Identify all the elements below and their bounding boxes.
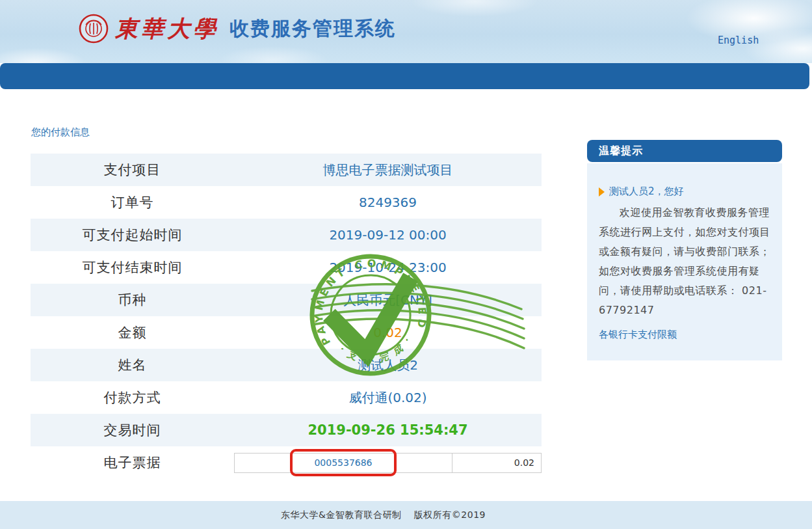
payment-row: 金额0.02 [31,316,542,349]
payment-row: 电子票据 0005537686 0.02 [31,446,542,479]
main-navbar [0,63,809,89]
row-label: 金额 [31,316,234,349]
row-label: 可支付起始时间 [31,219,234,251]
row-value: 8249369 [234,186,542,219]
arrow-right-icon [599,187,605,197]
invoice-row: 0005537686 0.02 [235,453,542,472]
english-language-link[interactable]: English [718,34,759,46]
tips-sidebar: 温馨提示 测试人员2，您好 欢迎使用金智教育收费服务管理系统进行网上支付，如您对… [587,140,782,360]
payment-row: 币种人民币元[CNY] [31,284,542,316]
payment-section-title: 您的付款信息 [31,126,90,139]
page-footer: 东华大学&金智教育联合研制 版权所有©2019 [0,501,812,529]
payment-row: 姓名测试人员2 [31,349,542,381]
row-label: 电子票据 [31,446,234,479]
payment-row: 订单号8249369 [31,186,542,219]
system-title: 收费服务管理系统 [229,16,396,42]
row-value: 0.02 [234,316,542,349]
bank-card-limit-link[interactable]: 各银行卡支付限额 [599,325,770,344]
payment-row: 可支付起始时间2019-09-12 00:00 [31,219,542,251]
page-header: 東華大學 收费服务管理系统 English [0,0,812,63]
payment-row: 交易时间2019-09-26 15:54:47 [31,414,542,446]
row-label: 订单号 [31,186,234,219]
row-value: 2019-10-24 23:00 [234,251,542,284]
invoice-number-link[interactable]: 0005537686 [314,457,372,468]
row-label: 可支付结束时间 [31,251,234,284]
copyright-text: 东华大学&金智教育联合研制 版权所有©2019 [281,509,486,521]
row-label: 币种 [31,284,234,316]
row-value: 2019-09-26 15:54:47 [234,414,542,446]
payment-result-page: 東華大學 收费服务管理系统 English 您的付款信息 支付项目博思电子票据测… [0,0,812,529]
payment-row: 支付项目博思电子票据测试项目 [31,154,542,186]
logo-block: 東華大學 收费服务管理系统 [78,13,396,44]
sidebar-body: 测试人员2，您好 欢迎使用金智教育收费服务管理系统进行网上支付，如您对支付项目或… [587,163,782,360]
payment-row: 可支付结束时间2019-10-24 23:00 [31,251,542,284]
row-value: 测试人员2 [234,349,542,381]
invoice-number-cell: 0005537686 [235,453,452,472]
university-seal-icon [78,13,109,44]
invoice-highlight-wrap: 0005537686 [314,457,372,468]
row-label: 姓名 [31,349,234,381]
row-label: 支付项目 [31,154,234,186]
row-value: 0005537686 0.02 [234,446,542,479]
payment-table: 支付项目博思电子票据测试项目订单号8249369可支付起始时间2019-09-1… [31,154,542,479]
invoice-table: 0005537686 0.02 [234,453,542,473]
payment-row: 付款方式威付通(0.02) [31,381,542,414]
row-label: 交易时间 [31,414,234,446]
sidebar-help-text: 欢迎使用金智教育收费服务管理系统进行网上支付，如您对支付项目或金额有疑问，请与收… [599,203,770,320]
sidebar-title: 温馨提示 [587,140,782,162]
row-label: 付款方式 [31,381,234,414]
user-greeting-text: 测试人员2，您好 [609,185,684,198]
row-value: 博思电子票据测试项目 [234,154,542,186]
university-name: 東華大學 [115,14,219,44]
row-value: 人民币元[CNY] [234,284,542,316]
invoice-amount-cell: 0.02 [452,453,542,472]
row-value: 威付通(0.02) [234,381,542,414]
user-greeting[interactable]: 测试人员2，您好 [599,185,770,198]
row-value: 2019-09-12 00:00 [234,219,542,251]
